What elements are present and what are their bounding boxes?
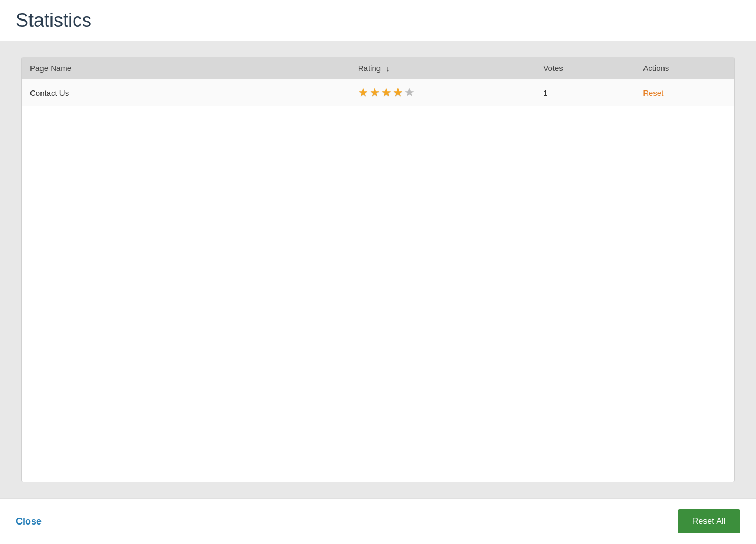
col-header-page-name: Page Name [22,57,350,79]
table-body: Contact Us★★★★★1Reset [22,79,734,106]
star-filled-icon: ★ [358,86,369,99]
cell-votes: 1 [535,79,635,106]
main-content: Page Name Rating ↓ Votes Actions Contact… [0,41,756,498]
table-header-row: Page Name Rating ↓ Votes Actions [22,57,734,79]
statistics-table: Page Name Rating ↓ Votes Actions Contact… [22,57,734,106]
col-header-actions: Actions [635,57,734,79]
table-row: Contact Us★★★★★1Reset [22,79,734,106]
col-header-rating[interactable]: Rating ↓ [350,57,535,79]
page-title: Statistics [16,9,740,32]
star-filled-icon: ★ [370,86,380,99]
star-filled-icon: ★ [381,86,392,99]
star-filled-icon: ★ [393,86,403,99]
cell-rating: ★★★★★ [350,79,535,106]
page-header: Statistics [0,0,756,41]
star-empty-icon: ★ [404,86,415,99]
reset-link[interactable]: Reset [643,88,663,97]
reset-all-button[interactable]: Reset All [678,509,740,533]
star-rating: ★★★★★ [358,86,415,99]
cell-page-name: Contact Us [22,79,350,106]
col-header-votes: Votes [535,57,635,79]
sort-arrow-icon: ↓ [386,65,390,73]
table-container: Page Name Rating ↓ Votes Actions Contact… [21,57,735,482]
cell-actions: Reset [635,79,734,106]
footer: Close Reset All [0,498,756,544]
close-button[interactable]: Close [16,516,42,527]
